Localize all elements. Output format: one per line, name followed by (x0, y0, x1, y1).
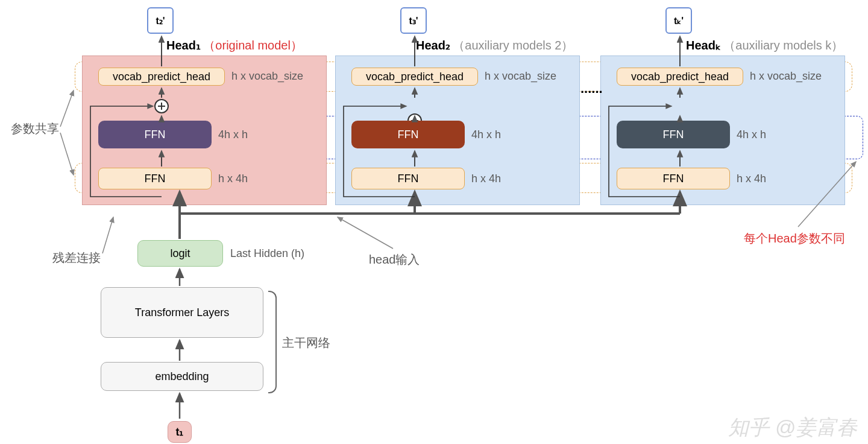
head1-vph: vocab_predict_head (98, 68, 225, 86)
head-input-label: head输入 (369, 252, 420, 268)
input-token-label: t₁ (176, 425, 184, 439)
param-share-label: 参数共享 (11, 121, 59, 137)
logit-label: logit (170, 247, 190, 260)
head2-title: Head₂ (416, 39, 450, 52)
headk-vph: vocab_predict_head (617, 68, 743, 86)
headk-sub: （auxiliary models k） (723, 39, 843, 52)
ffn-label2: FFN (145, 173, 166, 185)
backbone-label: 主干网络 (282, 335, 330, 351)
backbone-brace (268, 291, 277, 393)
head2-ffn-down: FFN (351, 168, 465, 189)
ffn-label: FFN (145, 128, 166, 141)
headk-ffn-down-dim: h x 4h (737, 173, 766, 185)
output-t2-label: t₂' (156, 15, 165, 27)
input-token: t₁ (168, 421, 192, 443)
embedding-label: embedding (155, 370, 209, 383)
head2-sub: （auxiliary models 2） (453, 39, 573, 52)
head1-ffn-up-dim: 4h x h (218, 128, 248, 141)
transformer-block: Transformer Layers (101, 287, 263, 338)
head1-title: Head₁ (166, 39, 201, 52)
head1-sub: （original model） (203, 39, 303, 52)
headk-ffn-up-dim: 4h x h (737, 128, 766, 141)
head1-ffn-down-dim: h x 4h (218, 173, 248, 185)
embedding-block: embedding (101, 362, 263, 391)
residual-label: 残差连接 (52, 250, 101, 266)
headk-title: Headₖ (686, 39, 721, 52)
output-t3: t₃' (400, 7, 427, 34)
watermark: 知乎 @姜富春 (728, 414, 857, 442)
head2-vph-dim: h x vocab_size (485, 70, 556, 83)
logit-block: logit (137, 240, 223, 267)
output-tk: tₖ' (665, 7, 692, 34)
head2-vph: vocab_predict_head (351, 68, 478, 86)
head1-vph-dim: h x vocab_size (231, 70, 303, 83)
output-tk-label: tₖ' (674, 15, 684, 27)
head1-ffn-up: FFN (98, 121, 212, 148)
transformer-label: Transformer Layers (135, 306, 229, 319)
logit-dim: Last Hidden (h) (230, 247, 304, 260)
head1-ffn-down: FFN (98, 168, 212, 189)
head2-ffn-down-dim: h x 4h (471, 173, 501, 185)
headk-ffn-down: FFN (617, 168, 730, 189)
head-uniq-label: 每个Head参数不同 (744, 230, 845, 247)
ellipsis: ······ (580, 84, 603, 100)
output-t3-label: t₃' (409, 15, 418, 27)
vph-label: vocab_predict_head (113, 71, 210, 83)
head2-ffn-up: FFN (351, 121, 465, 148)
output-t2: t₂' (147, 7, 174, 34)
headk-vph-dim: h x vocab_size (750, 70, 822, 83)
head2-ffn-up-dim: 4h x h (471, 128, 501, 141)
headk-ffn-up: FFN (617, 121, 730, 148)
head1-plus-icon (154, 99, 169, 113)
